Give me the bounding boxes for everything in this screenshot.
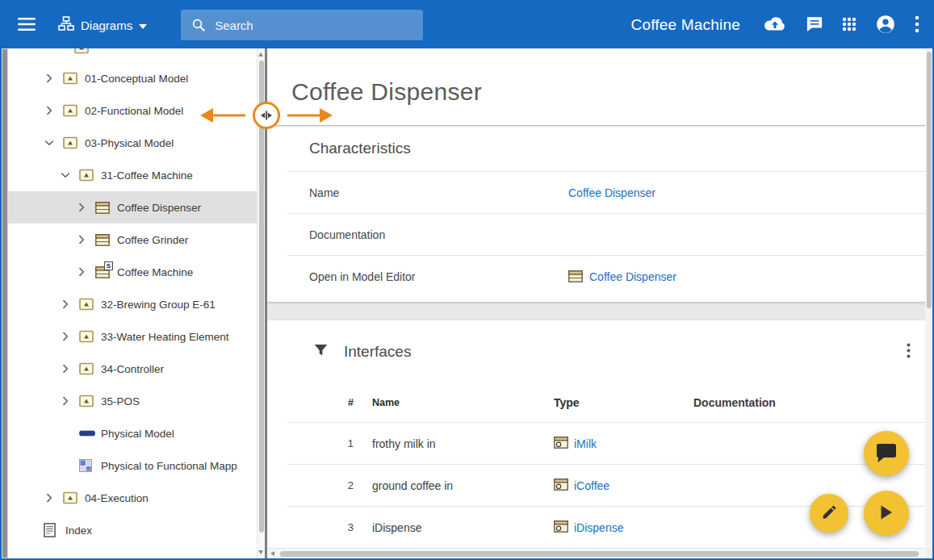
package-icon xyxy=(63,136,85,149)
scrollbar-thumb[interactable] xyxy=(280,551,919,557)
field-label: Documentation xyxy=(287,228,568,241)
hamburger-menu-button[interactable] xyxy=(18,17,36,34)
more-menu-button[interactable] xyxy=(915,15,919,36)
package-icon xyxy=(79,298,101,311)
interface-name: ground coffee in xyxy=(354,479,554,492)
tree-item-partial package-icon xyxy=(74,48,89,57)
stereotype-badge: S xyxy=(104,261,113,270)
name-value-link[interactable]: Coffee Dispenser xyxy=(568,186,655,199)
block-icon xyxy=(95,234,117,246)
tree-item-35-pos[interactable]: 35-POS xyxy=(8,385,265,417)
cloud-icon xyxy=(763,15,787,36)
comment-fab[interactable] xyxy=(864,431,909,476)
block-icon: S xyxy=(95,266,117,278)
tree-item-label: Index xyxy=(65,524,92,537)
chevron-right-icon[interactable] xyxy=(76,202,95,213)
cloud-button[interactable] xyxy=(763,15,787,36)
tree-item-coffee-dispenser[interactable]: Coffee Dispenser xyxy=(8,191,265,224)
diagram-tree-icon xyxy=(58,16,74,34)
main-horizontal-scrollbar xyxy=(267,548,925,558)
chevron-right-icon[interactable] xyxy=(60,299,79,310)
chevron-right-icon[interactable] xyxy=(76,266,95,278)
more-vertical-icon xyxy=(915,15,919,36)
interface-icon xyxy=(554,437,568,451)
col-num: # xyxy=(287,397,354,408)
filter-icon[interactable] xyxy=(314,344,328,360)
tree-item-32-brewing-group[interactable]: 32-Brewing Group E-61 xyxy=(8,288,265,320)
scrollbar-corner xyxy=(925,549,932,558)
tree-item-33-water-heating-element[interactable]: 33-Water Heating Element xyxy=(8,320,265,353)
row-number: 3 xyxy=(287,521,354,533)
scroll-left-arrow[interactable] xyxy=(270,551,274,556)
row-number: 1 xyxy=(287,437,354,449)
comments-icon xyxy=(806,16,823,35)
col-documentation: Documentation xyxy=(693,396,926,409)
package-icon xyxy=(63,491,85,504)
tree-item-physical-to-functional-mapping[interactable]: Physical to Functional Mapp xyxy=(8,449,265,482)
comments-button[interactable] xyxy=(806,16,823,35)
interface-name: iDispense xyxy=(354,521,554,534)
section-menu-button[interactable] xyxy=(907,343,911,361)
package-icon xyxy=(63,72,85,85)
tree-item-label: 01-Conceptual Model xyxy=(85,73,188,85)
type-link[interactable]: iDispense xyxy=(574,521,623,534)
tree-item-label: Coffee Grinder xyxy=(117,234,188,246)
tree-item-label: 03-Physical Model xyxy=(85,137,174,149)
comment-icon xyxy=(876,443,897,465)
app-body: 01-Conceptual Model 02-Functional Model … xyxy=(2,48,932,558)
chevron-right-icon[interactable] xyxy=(44,105,63,116)
app-bar: Diagrams Coffee Machine xyxy=(2,2,932,48)
tree-item-label: 02-Functional Model xyxy=(85,105,183,117)
tree-item-04-execution[interactable]: 04-Execution xyxy=(8,482,265,514)
block-icon xyxy=(568,270,583,283)
app-grid-button[interactable] xyxy=(842,17,857,34)
interface-icon xyxy=(554,520,568,535)
edit-icon xyxy=(821,504,838,523)
type-link[interactable]: iMilk xyxy=(574,437,597,450)
block-icon xyxy=(95,202,117,214)
scroll-up-arrow[interactable] xyxy=(258,52,263,56)
play-fab[interactable] xyxy=(864,491,909,536)
splitter-handle[interactable] xyxy=(194,99,339,135)
tree-item-physical-model-diagram[interactable]: Physical Model xyxy=(8,417,265,449)
account-button[interactable] xyxy=(875,14,896,37)
interfaces-title: Interfaces xyxy=(344,343,411,361)
search-input[interactable] xyxy=(181,10,423,40)
content-area: Coffee Dispenser Characteristics Name Co… xyxy=(267,48,932,558)
diagrams-dropdown[interactable]: Diagrams xyxy=(58,16,147,34)
chevron-right-icon[interactable] xyxy=(44,492,63,504)
scrollbar-thumb[interactable] xyxy=(2,49,7,558)
col-name: Name xyxy=(354,397,554,408)
card-gap xyxy=(267,302,932,320)
chevron-down-icon[interactable] xyxy=(44,137,63,148)
field-row-name: Name Coffee Dispenser xyxy=(287,171,926,213)
tree-item-coffee-grinder[interactable]: Coffee Grinder xyxy=(8,224,265,256)
edit-fab[interactable] xyxy=(810,494,848,533)
chevron-right-icon[interactable] xyxy=(60,363,79,374)
tree-item-label: Physical to Functional Mapp xyxy=(101,460,237,472)
chevron-down-icon[interactable] xyxy=(60,169,79,181)
scrollbar-thumb[interactable] xyxy=(927,52,932,308)
chevron-right-icon[interactable] xyxy=(60,395,79,407)
chevron-right-icon[interactable] xyxy=(44,73,63,84)
tree-item-01-conceptual-model[interactable]: 01-Conceptual Model xyxy=(8,62,265,94)
interface-name: frothy milk in xyxy=(354,437,554,450)
search-icon xyxy=(191,18,206,36)
tree-item-index[interactable]: Index xyxy=(8,514,265,546)
tree-item-label: 32-Brewing Group E-61 xyxy=(101,299,216,311)
scroll-down-arrow[interactable] xyxy=(258,550,263,554)
tree-item-label: Physical Model xyxy=(101,428,174,440)
field-label: Name xyxy=(287,186,568,199)
chevron-right-icon[interactable] xyxy=(60,331,79,342)
field-row-documentation: Documentation xyxy=(287,213,926,255)
type-link[interactable]: iCoffee xyxy=(574,479,609,492)
app-window: Diagrams Coffee Machine xyxy=(0,0,934,560)
tree-item-coffee-machine[interactable]: S Coffee Machine xyxy=(8,256,265,288)
tree-item-34-controller[interactable]: 34-Controller xyxy=(8,353,265,385)
chevron-right-icon[interactable] xyxy=(76,234,95,245)
tree-item-label: 31-Coffee Machine xyxy=(101,169,193,182)
model-editor-link[interactable]: Coffee Dispenser xyxy=(589,270,676,283)
page-header: Coffee Dispenser xyxy=(267,48,932,125)
package-icon xyxy=(79,362,101,375)
tree-item-31-coffee-machine[interactable]: 31-Coffee Machine xyxy=(8,159,265,191)
